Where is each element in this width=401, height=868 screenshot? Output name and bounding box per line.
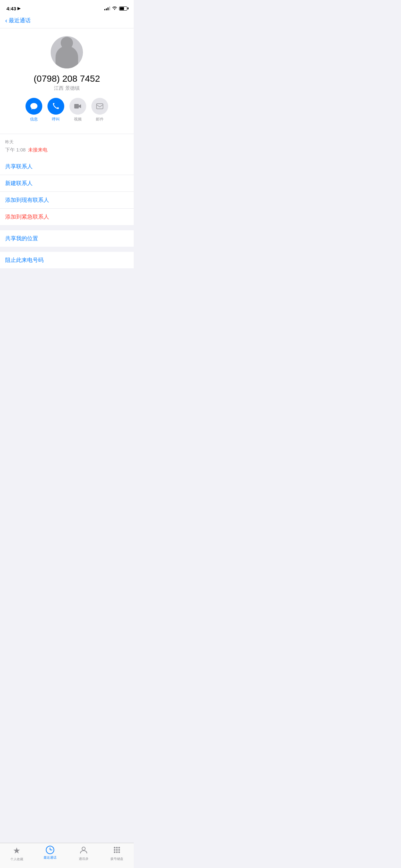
nav-bar: ‹ 最近通话 bbox=[0, 14, 134, 28]
add-emergency-item[interactable]: 添加到紧急联系人 bbox=[0, 209, 134, 225]
call-action-button[interactable]: 呼叫 bbox=[48, 98, 64, 122]
location-text: 江西 景德镇 bbox=[54, 85, 80, 91]
back-button[interactable]: ‹ 最近通话 bbox=[5, 17, 128, 24]
back-label: 最近通话 bbox=[9, 17, 31, 24]
share-location-label: 共享我的位置 bbox=[5, 236, 38, 242]
add-to-existing-item[interactable]: 添加到现有联系人 bbox=[0, 192, 134, 209]
share-contact-item[interactable]: 共享联系人 bbox=[0, 158, 134, 175]
mail-label: 邮件 bbox=[96, 117, 104, 122]
mail-action-button: 邮件 bbox=[91, 98, 108, 122]
block-caller-item[interactable]: 阻止此来电号码 bbox=[0, 252, 134, 268]
add-to-existing-label: 添加到现有联系人 bbox=[5, 197, 49, 203]
svg-rect-1 bbox=[96, 104, 103, 109]
location-arrow-icon: ▶ bbox=[18, 6, 20, 11]
call-label: 呼叫 bbox=[52, 117, 60, 122]
action-buttons: 信息 呼叫 视频 bbox=[12, 98, 121, 127]
video-icon bbox=[69, 98, 86, 115]
new-contact-item[interactable]: 新建联系人 bbox=[0, 175, 134, 192]
spacer-2 bbox=[0, 247, 134, 252]
avatar-placeholder bbox=[56, 46, 78, 68]
message-label: 信息 bbox=[30, 117, 38, 122]
signal-icon bbox=[104, 6, 110, 10]
call-time: 下午 1:08 bbox=[5, 147, 26, 153]
mail-icon bbox=[91, 98, 108, 115]
message-icon bbox=[26, 98, 42, 115]
share-location-item[interactable]: 共享我的位置 bbox=[0, 230, 134, 247]
svg-rect-0 bbox=[74, 104, 79, 108]
call-history-row: 下午 1:08 未接来电 bbox=[5, 147, 128, 153]
avatar bbox=[51, 36, 83, 68]
block-caller-section: 阻止此来电号码 bbox=[0, 252, 134, 268]
profile-section: (0798) 208 7452 江西 景德镇 信息 呼叫 bbox=[0, 28, 134, 134]
add-emergency-label: 添加到紧急联系人 bbox=[5, 214, 49, 220]
share-contact-label: 共享联系人 bbox=[5, 163, 33, 169]
battery-icon bbox=[119, 6, 127, 11]
time-display: 4:43 bbox=[6, 6, 16, 11]
spacer-3 bbox=[0, 268, 134, 279]
block-caller-label: 阻止此来电号码 bbox=[5, 257, 43, 263]
contact-actions-list: 共享联系人 新建联系人 添加到现有联系人 添加到紧急联系人 bbox=[0, 158, 134, 225]
call-status: 未接来电 bbox=[28, 147, 48, 153]
call-history-section: 昨天 下午 1:08 未接来电 bbox=[0, 134, 134, 158]
share-location-section: 共享我的位置 bbox=[0, 230, 134, 247]
status-bar: 4:43 ▶ bbox=[0, 0, 134, 14]
status-time: 4:43 ▶ bbox=[6, 6, 20, 11]
wifi-icon bbox=[112, 6, 117, 11]
status-icons bbox=[104, 6, 127, 11]
call-icon bbox=[48, 98, 64, 115]
spacer-1 bbox=[0, 225, 134, 230]
call-history-date: 昨天 bbox=[5, 139, 128, 145]
message-action-button[interactable]: 信息 bbox=[26, 98, 42, 122]
phone-number: (0798) 208 7452 bbox=[34, 73, 100, 84]
video-action-button: 视频 bbox=[69, 98, 86, 122]
new-contact-label: 新建联系人 bbox=[5, 180, 33, 186]
video-label: 视频 bbox=[74, 117, 82, 122]
back-chevron-icon: ‹ bbox=[5, 17, 7, 24]
